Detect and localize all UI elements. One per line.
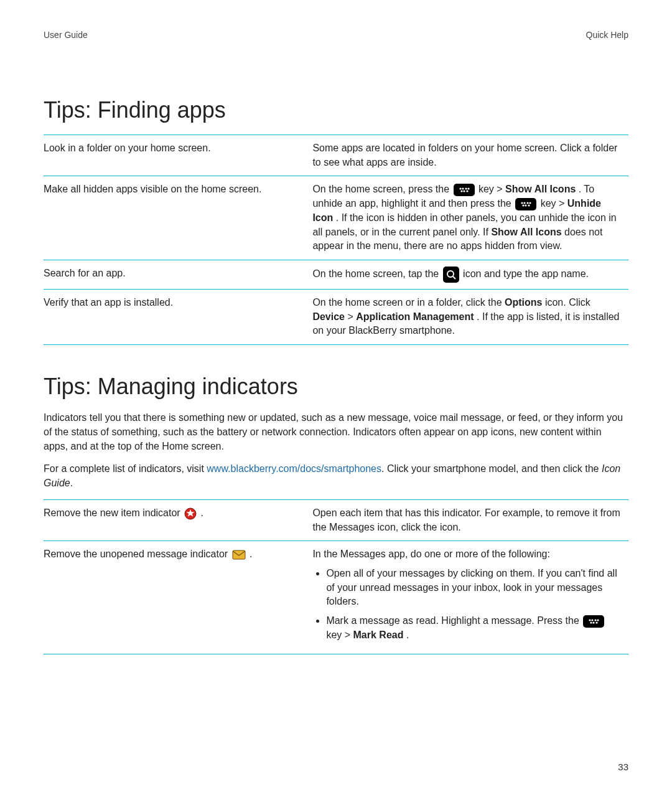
table-row: Remove the new item indicator . Open eac… — [44, 499, 628, 540]
bullet-list: Open all of your messages by clicking on… — [312, 567, 623, 643]
blackberry-key-icon — [515, 198, 536, 210]
blackberry-key-icon — [583, 615, 604, 628]
table-row: Make all hidden apps visible on the home… — [44, 176, 628, 260]
tip-description: On the home screen, press the key > Show… — [312, 176, 628, 260]
table-row: Look in a folder on your home screen. So… — [44, 135, 628, 176]
tip-label: Verify that an app is installed. — [44, 290, 312, 345]
header-left: User Guide — [44, 30, 88, 40]
table-row: Verify that an app is installed. On the … — [44, 290, 628, 345]
tip-label: Make all hidden apps visible on the home… — [44, 176, 312, 260]
svg-point-4 — [460, 191, 462, 192]
svg-point-14 — [447, 271, 454, 277]
svg-point-22 — [590, 621, 592, 623]
section2-title: Tips: Managing indicators — [44, 374, 628, 400]
svg-point-3 — [467, 188, 469, 190]
tip-description: Open each item that has this indicator. … — [312, 499, 628, 540]
svg-point-12 — [525, 204, 527, 206]
svg-point-13 — [528, 204, 530, 206]
svg-rect-17 — [233, 550, 245, 559]
tip-description: In the Messages app, do one or more of t… — [312, 541, 628, 654]
document-page: User Guide Quick Help Tips: Finding apps… — [0, 0, 672, 807]
tip-label: Remove the unopened message indicator . — [44, 541, 312, 654]
page-number: 33 — [618, 762, 628, 772]
list-item: Open all of your messages by clicking on… — [326, 567, 623, 609]
svg-point-6 — [466, 191, 468, 192]
tip-description: Some apps are located in folders on your… — [312, 135, 628, 176]
svg-point-8 — [524, 202, 526, 204]
section2-intro: Indicators tell you that there is someth… — [44, 411, 628, 453]
tips-finding-apps-table: Look in a folder on your home screen. So… — [44, 134, 628, 345]
section1-title: Tips: Finding apps — [44, 97, 628, 123]
section2-link-para: For a complete list of indicators, visit… — [44, 462, 628, 490]
svg-point-5 — [463, 191, 465, 192]
tip-label: Search for an app. — [44, 260, 312, 290]
search-icon — [443, 267, 459, 283]
tip-description: On the home screen, tap the icon and typ… — [312, 260, 628, 290]
tip-label: Look in a folder on your home screen. — [44, 135, 312, 176]
page-header: User Guide Quick Help — [44, 30, 628, 40]
svg-point-1 — [462, 188, 464, 190]
svg-point-2 — [465, 188, 467, 190]
list-item: Mark a message as read. Highlight a mess… — [326, 614, 623, 642]
tip-label: Remove the new item indicator . — [44, 499, 312, 540]
svg-line-15 — [453, 276, 455, 279]
svg-point-18 — [589, 619, 591, 621]
table-row: Remove the unopened message indicator . … — [44, 541, 628, 654]
svg-point-20 — [595, 619, 597, 621]
svg-point-9 — [527, 202, 529, 204]
table-row: Search for an app. On the home screen, t… — [44, 260, 628, 290]
svg-point-24 — [596, 621, 598, 623]
svg-point-11 — [523, 204, 525, 206]
tips-indicators-table: Remove the new item indicator . Open eac… — [44, 499, 628, 654]
unopened-message-indicator-icon — [232, 550, 246, 560]
docs-link[interactable]: www.blackberry.com/docs/smartphones — [207, 463, 381, 474]
tip-description: On the home screen or in a folder, click… — [312, 290, 628, 345]
new-item-indicator-icon — [184, 507, 197, 520]
svg-point-21 — [597, 619, 599, 621]
svg-point-7 — [521, 202, 523, 204]
blackberry-key-icon — [454, 184, 475, 196]
svg-point-0 — [459, 188, 461, 190]
header-right: Quick Help — [586, 30, 628, 40]
svg-point-23 — [593, 621, 595, 623]
svg-point-10 — [530, 202, 531, 204]
svg-point-19 — [592, 619, 594, 621]
